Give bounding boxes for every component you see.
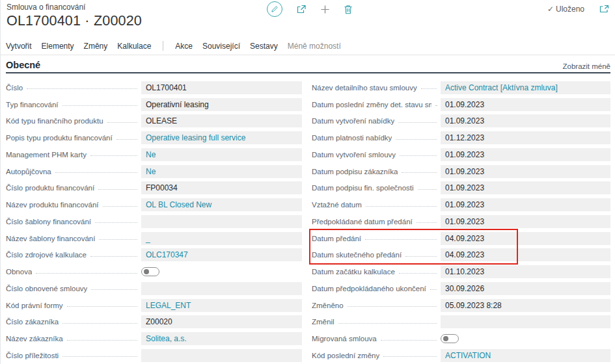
- saved-label: Uloženo: [556, 5, 584, 14]
- field-value[interactable]: 01.09.2023: [441, 215, 610, 228]
- field-row: Datum platnosti nabídky01.12.2023: [312, 129, 610, 146]
- field-row: Název detailního stavu smlouvyActive Con…: [312, 79, 610, 96]
- field-row: Datum předání04.09.2023: [312, 230, 610, 247]
- field-row: Název šablony financování_: [6, 230, 302, 247]
- field-value[interactable]: Z00020: [141, 315, 302, 328]
- dotted-leader: [400, 153, 437, 156]
- field-value[interactable]: [441, 315, 610, 328]
- field-value[interactable]: Ne: [141, 148, 302, 161]
- field-value[interactable]: 04.09.2023: [441, 248, 610, 261]
- field-value[interactable]: FP00034: [141, 181, 302, 194]
- field-value[interactable]: 01.09.2023: [441, 114, 610, 127]
- dotted-leader: [67, 304, 137, 307]
- fields-column-left: ČísloOL1700401Typ financováníOperativní …: [6, 79, 302, 364]
- field-label: Číslo produktu financování: [6, 184, 94, 192]
- field-row: AutopůjčovnaNe: [6, 163, 302, 180]
- field-label: Název produktu financování: [6, 201, 99, 209]
- field-label: Datum předání: [312, 235, 361, 242]
- field-value[interactable]: Active Contract [Aktívna zmluva]: [441, 81, 610, 94]
- dotted-leader: [430, 287, 437, 290]
- field-label: Datum vytvoření smlouvy: [312, 151, 396, 159]
- fields-column-right: Název detailního stavu smlouvyActive Con…: [312, 79, 610, 364]
- field-label: Datum podpisu fin. společnosti: [312, 184, 414, 192]
- share-icon[interactable]: [296, 5, 307, 14]
- field-value[interactable]: Operative leasing full service: [141, 131, 302, 144]
- field-value[interactable]: 01.09.2023: [441, 181, 610, 194]
- field-value[interactable]: Ne: [141, 165, 302, 178]
- dotted-leader: [90, 254, 137, 257]
- dotted-leader: [417, 220, 437, 223]
- field-label: Datum poslední změny det. stavu smlouvy: [312, 101, 431, 109]
- field-label: Číslo zdrojové kalkulace: [6, 251, 87, 259]
- field-row: Obnova: [6, 263, 302, 280]
- field-label: Kód právní formy: [6, 302, 63, 309]
- field-row: Kód právní formyLEGAL_ENT: [6, 297, 302, 314]
- field-value[interactable]: OLEASE: [141, 114, 302, 127]
- dotted-leader: [91, 287, 137, 290]
- dotted-leader: [338, 320, 437, 324]
- field-value[interactable]: OL BL Closed New: [141, 198, 302, 211]
- delete-trash-icon[interactable]: [344, 5, 353, 14]
- dotted-leader: [95, 220, 137, 223]
- field-label: Obnova: [6, 268, 32, 276]
- menu-item-6[interactable]: Související: [202, 42, 240, 51]
- dotted-leader: [90, 153, 137, 156]
- field-value[interactable]: ACTIVATION: [441, 349, 610, 362]
- field-label: Číslo příležitosti: [6, 352, 59, 359]
- dotted-leader: [365, 237, 437, 240]
- field-value[interactable]: 04.09.2023: [441, 232, 610, 245]
- menu-item-1[interactable]: Vytvořit: [6, 42, 32, 51]
- field-value[interactable]: [141, 282, 302, 295]
- dotted-leader: [62, 354, 137, 357]
- field-value[interactable]: 30.09.2026: [441, 282, 610, 295]
- breadcrumb-caption[interactable]: Smlouva o financování: [7, 3, 85, 12]
- toggle-switch-off[interactable]: [141, 267, 159, 276]
- edit-pencil-icon[interactable]: [267, 1, 282, 17]
- field-row: Management PHM kartyNe: [6, 146, 302, 163]
- field-value[interactable]: OL1700401: [141, 81, 302, 94]
- field-value[interactable]: 01.10.2023: [441, 265, 610, 278]
- field-value[interactable]: 01.09.2023: [441, 148, 610, 161]
- menu-item-5[interactable]: Akce: [175, 42, 193, 51]
- field-value[interactable]: 01.09.2023: [441, 165, 610, 178]
- field-row: Číslo zdrojové kalkulaceOLC170347: [6, 247, 302, 264]
- field-row: Datum skutečného předání04.09.2023: [312, 247, 610, 264]
- field-label: Název zákazníka: [6, 335, 63, 343]
- field-row: Typ financováníOperativní leasing: [6, 96, 302, 113]
- field-row: Číslo obnovené smlouvy: [6, 280, 302, 297]
- field-value[interactable]: Operativní leasing: [141, 98, 302, 111]
- field-value[interactable]: [141, 349, 302, 362]
- menu-item-7[interactable]: Sestavy: [250, 42, 278, 51]
- field-label: Předpokládané datum předání: [312, 218, 413, 226]
- dotted-leader: [398, 120, 437, 123]
- add-new-icon[interactable]: [320, 5, 330, 14]
- section-title[interactable]: Obecné: [6, 60, 40, 70]
- field-label: Datum začátku kalkulace: [312, 268, 395, 276]
- field-value[interactable]: 01.09.2023: [441, 198, 610, 211]
- field-value[interactable]: Solitea, a.s.: [141, 332, 302, 345]
- field-value[interactable]: LEGAL_ENT: [141, 299, 302, 312]
- field-row: Číslo příležitosti: [6, 347, 302, 364]
- toggle-knob: [144, 269, 149, 274]
- expand-window-icon[interactable]: [599, 5, 609, 13]
- dotted-leader: [98, 187, 137, 190]
- field-label: Změněno: [312, 302, 344, 309]
- dotted-leader: [107, 120, 137, 123]
- toggle-switch-off[interactable]: [441, 334, 459, 343]
- field-value[interactable]: OLC170347: [141, 248, 302, 261]
- field-label: Datum skutečného předání: [312, 251, 402, 259]
- menu-item-4[interactable]: Kalkulace: [117, 42, 151, 51]
- section-header-general: Obecné Zobrazit méně: [6, 59, 610, 73]
- field-value[interactable]: 05.09.2023 8:28: [441, 299, 610, 312]
- field-row: Změněno05.09.2023 8:28: [312, 297, 610, 314]
- menu-item-8[interactable]: Méně možností: [288, 42, 341, 51]
- field-value[interactable]: 01.09.2023: [441, 98, 610, 111]
- dotted-leader: [418, 187, 437, 190]
- menu-item-2[interactable]: Elementy: [42, 42, 74, 51]
- field-row: Datum vytvoření smlouvy01.09.2023: [312, 146, 610, 163]
- menu-item-3[interactable]: Změny: [84, 42, 108, 51]
- show-less-link[interactable]: Zobrazit méně: [562, 62, 610, 70]
- field-value[interactable]: [141, 215, 302, 228]
- field-value[interactable]: 01.12.2023: [441, 131, 610, 144]
- field-value[interactable]: _: [141, 232, 302, 245]
